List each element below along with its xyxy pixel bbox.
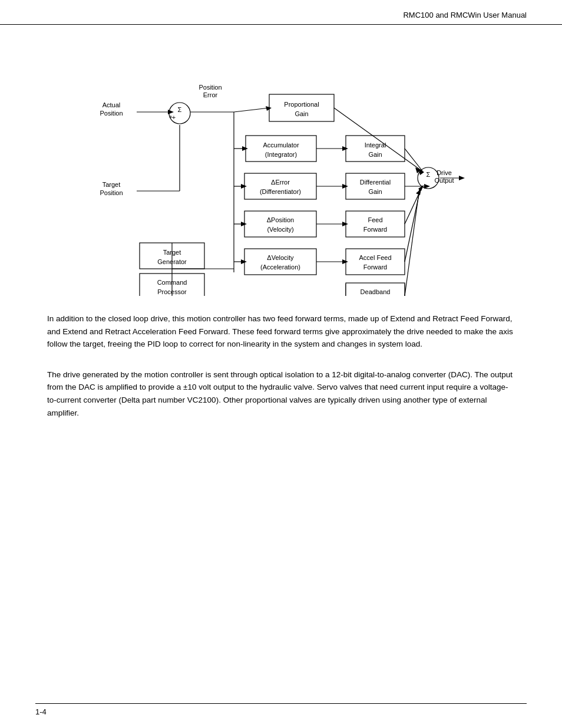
svg-rect-23	[346, 211, 405, 237]
svg-text:Gain: Gain	[368, 151, 382, 158]
svg-line-82	[405, 149, 422, 171]
svg-text:Position: Position	[100, 189, 123, 196]
diagram-container: .block-rect { fill: white; stroke: #000;…	[47, 42, 515, 296]
svg-line-49	[234, 108, 269, 112]
main-content: .block-rect { fill: white; stroke: #000;…	[0, 25, 562, 449]
svg-rect-20	[244, 211, 316, 237]
paragraph-2: The drive generated by the motion contro…	[47, 368, 515, 419]
svg-text:(Velocity): (Velocity)	[267, 226, 293, 233]
paragraph-2-text: The drive generated by the motion contro…	[47, 370, 513, 417]
svg-text:Actual: Actual	[103, 101, 121, 108]
svg-text:Target: Target	[103, 181, 121, 188]
svg-line-91	[405, 189, 419, 296]
svg-text:ΔVelocity: ΔVelocity	[267, 254, 294, 261]
page-header: RMC100 and RMCWin User Manual	[0, 0, 562, 25]
svg-text:Gain: Gain	[368, 188, 382, 195]
page: RMC100 and RMCWin User Manual .block-rec…	[0, 0, 562, 728]
svg-text:Deadband: Deadband	[361, 288, 391, 295]
svg-text:Position: Position	[199, 84, 222, 91]
svg-text:Forward: Forward	[363, 226, 387, 233]
svg-text:+: +	[169, 114, 173, 120]
svg-text:Position: Position	[100, 110, 123, 117]
paragraph-1: In addition to the closed loop drive, th…	[47, 312, 515, 351]
svg-text:(Integrator): (Integrator)	[265, 151, 297, 158]
svg-text:Differential: Differential	[360, 179, 391, 186]
svg-text:Σ: Σ	[178, 106, 182, 113]
svg-text:ΔError: ΔError	[271, 179, 290, 186]
svg-text:Forward: Forward	[363, 263, 387, 271]
svg-text:Proportional: Proportional	[284, 101, 319, 108]
svg-text:(Acceleration): (Acceleration)	[260, 263, 300, 271]
block-diagram: .block-rect { fill: white; stroke: #000;…	[81, 42, 481, 296]
svg-rect-29	[346, 249, 405, 275]
svg-rect-5	[269, 94, 334, 121]
svg-marker-58	[459, 176, 465, 180]
svg-text:Accumulator: Accumulator	[263, 141, 299, 149]
svg-text:Error: Error	[203, 91, 218, 98]
svg-rect-26	[244, 249, 316, 275]
svg-text:ΔPosition: ΔPosition	[267, 216, 294, 223]
svg-rect-17	[346, 173, 405, 199]
page-footer: 1-4	[35, 703, 527, 716]
svg-text:Drive: Drive	[437, 169, 452, 176]
paragraph-1-text: In addition to the closed loop drive, th…	[47, 314, 513, 348]
header-title: RMC100 and RMCWin User Manual	[403, 11, 527, 19]
svg-text:(Differentiator): (Differentiator)	[260, 188, 301, 195]
svg-text:Feed: Feed	[368, 216, 382, 223]
svg-text:Accel Feed: Accel Feed	[359, 254, 391, 261]
svg-text:Σ: Σ	[427, 171, 431, 178]
svg-text:Gain: Gain	[295, 110, 308, 117]
page-number: 1-4	[35, 707, 47, 716]
svg-rect-14	[244, 173, 316, 199]
